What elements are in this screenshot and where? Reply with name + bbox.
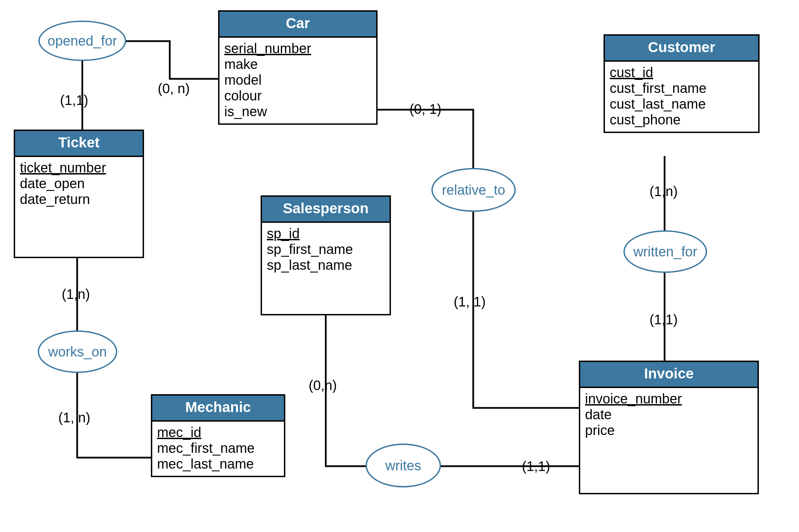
entity-invoice-attr-date: date — [585, 407, 753, 422]
entity-car-attr-make: make — [224, 56, 371, 72]
entity-customer-title: Customer — [605, 36, 758, 62]
entity-mechanic-attr-id: mec_id — [157, 424, 279, 440]
entity-ticket-attr-return: date_return — [20, 191, 138, 207]
entity-mechanic: Mechanic mec_id mec_first_name mec_last_… — [151, 394, 285, 477]
card-workson-mechanic: (1, n) — [58, 410, 90, 425]
card-workson-ticket: (1,n) — [62, 287, 90, 302]
entity-customer-attr-last: cust_last_name — [610, 96, 753, 112]
entity-ticket-attr-number: ticket_number — [20, 160, 138, 176]
card-writtenfor-customer: (1,n) — [649, 184, 678, 199]
entity-car-attr-serial: serial_number — [224, 40, 371, 56]
entity-car-attr-isnew: is_new — [224, 104, 371, 119]
entity-car-body: serial_number make model colour is_new — [219, 38, 376, 123]
entity-customer-attr-phone: cust_phone — [610, 112, 753, 128]
rel-opened-for-label: opened_for — [48, 33, 117, 49]
entity-invoice-body: invoice_number date price — [580, 388, 758, 442]
entity-customer-body: cust_id cust_first_name cust_last_name c… — [605, 62, 758, 132]
card-relativeto-invoice: (1, 1) — [454, 294, 486, 310]
entity-ticket-body: ticket_number date_open date_return — [15, 157, 143, 211]
card-writes-invoice: (1,1) — [522, 459, 550, 474]
entity-mechanic-attr-first: mec_first_name — [157, 440, 279, 456]
rel-written-for: written_for — [623, 230, 707, 273]
card-writtenfor-invoice: (1,1) — [649, 312, 678, 327]
entity-invoice-title: Invoice — [580, 362, 758, 388]
card-openedfor-ticket: (1,1) — [60, 93, 88, 108]
er-diagram: opened_for relative_to written_for works… — [0, 0, 799, 532]
entity-ticket-title: Ticket — [15, 131, 143, 157]
entity-salesperson-attr-first: sp_first_name — [267, 241, 385, 257]
entity-mechanic-title: Mechanic — [152, 396, 284, 422]
entity-salesperson-attr-id: sp_id — [267, 226, 385, 241]
entity-mechanic-attr-last: mec_last_name — [157, 456, 279, 472]
entity-car-title: Car — [219, 12, 376, 38]
card-openedfor-car: (0, n) — [158, 81, 190, 96]
card-writes-salesperson: (0,n) — [309, 378, 337, 393]
entity-ticket-attr-open: date_open — [20, 176, 138, 191]
rel-written-for-label: written_for — [633, 244, 697, 259]
rel-writes-label: writes — [385, 458, 421, 473]
entity-invoice-attr-price: price — [585, 422, 753, 438]
rel-relative-to: relative_to — [431, 168, 516, 212]
entity-customer: Customer cust_id cust_first_name cust_la… — [604, 34, 760, 133]
entity-car-attr-colour: colour — [224, 88, 371, 104]
entity-customer-attr-first: cust_first_name — [610, 80, 753, 96]
entity-ticket: Ticket ticket_number date_open date_retu… — [14, 130, 144, 258]
entity-invoice-attr-number: invoice_number — [585, 391, 753, 407]
rel-writes: writes — [366, 444, 441, 487]
rel-works-on-label: works_on — [48, 344, 107, 360]
edge-relativeto — [377, 110, 579, 408]
entity-salesperson-attr-last: sp_last_name — [267, 257, 385, 273]
entity-customer-attr-id: cust_id — [610, 64, 753, 80]
rel-opened-for: opened_for — [38, 21, 126, 61]
entity-car-attr-model: model — [224, 72, 371, 88]
entity-invoice: Invoice invoice_number date price — [579, 361, 759, 494]
entity-salesperson-title: Salesperson — [262, 197, 390, 223]
entity-mechanic-body: mec_id mec_first_name mec_last_name — [152, 422, 284, 476]
entity-salesperson: Salesperson sp_id sp_first_name sp_last_… — [261, 195, 391, 315]
rel-works-on: works_on — [38, 330, 117, 373]
edge-writes — [326, 315, 579, 466]
card-relativeto-car: (0, 1) — [409, 101, 441, 117]
entity-salesperson-body: sp_id sp_first_name sp_last_name — [262, 223, 390, 277]
rel-relative-to-label: relative_to — [442, 182, 505, 198]
edge-openedfor-car — [125, 41, 218, 79]
entity-car: Car serial_number make model colour is_n… — [218, 10, 378, 125]
